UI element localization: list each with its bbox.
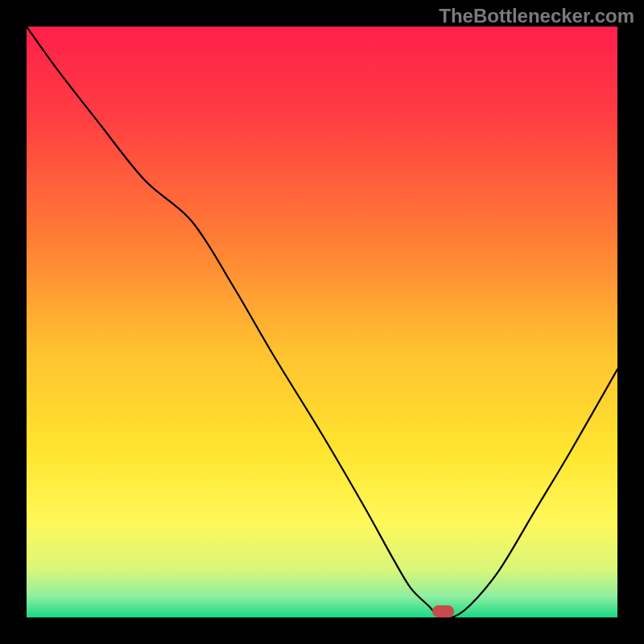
chart-frame: TheBottlenecker.com bbox=[0, 0, 644, 644]
plot-area bbox=[27, 27, 617, 617]
optimal-marker bbox=[432, 605, 455, 617]
watermark: TheBottlenecker.com bbox=[439, 5, 634, 27]
bottleneck-curve bbox=[27, 27, 617, 617]
